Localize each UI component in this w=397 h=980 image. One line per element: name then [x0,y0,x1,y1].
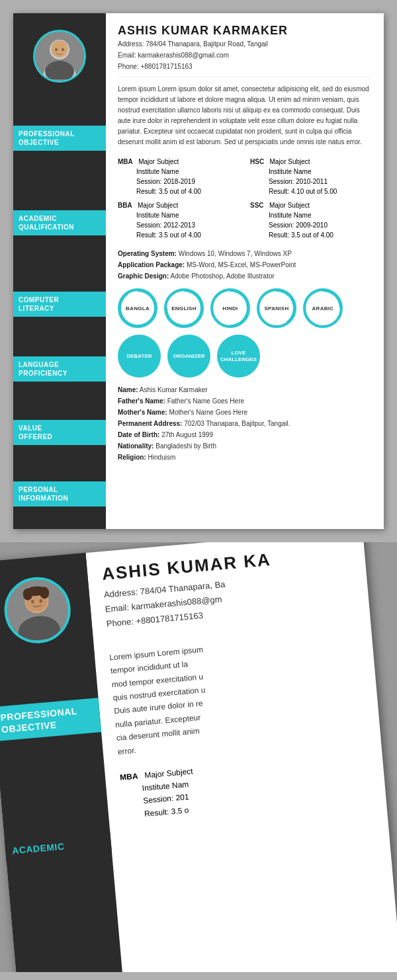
avatar [33,30,86,83]
sidebar-label-academic: ACADEMIC QUALIFICATION [13,210,106,235]
literacy-os-label: Operating System: [118,250,177,257]
section-computer-literacy: Operating System: Windows 10, Windows 7,… [118,248,372,282]
mba-subject: Major Subject [138,158,179,165]
content-header: ASHIS KUMAR KARMAKER Address: 784/04 Tha… [118,24,372,77]
lang-arabic-label: ARABIC [306,292,339,325]
personal-dob: Date of Birth: 27th August 1999 [118,429,372,440]
mba-result: Result: 3.5 out of 4.00 [136,188,201,195]
bba-institute: Institute Name [136,212,179,219]
sidebar-section-personal: PERSONAL INFORMATION [13,481,106,507]
sidebar-label-value: VALUE OFFERED [13,420,106,445]
page2-main-content: ASHIS KUMAR KA Address: 784/04 Thanapara… [85,542,397,972]
academic-grid: MBA Major Subject Institute Name Session… [118,157,372,240]
lang-bangla: BANGLA [118,288,157,328]
degree-bba: BBA [118,202,132,209]
candidate-phone: Phone: +8801781715163 [118,61,372,71]
language-circles: BANGLA ENGLISH HINDI SPANISH ARABIC [118,288,372,328]
hsc-result: Result: 4.10 out of 5.00 [269,188,337,195]
literacy-app-value: MS-Word, MS-Excel, MS-PowerPoint [187,261,296,268]
section-professional-objective: Lorem ipsum Lorem ipsum dolor sit amet, … [118,84,372,147]
objective-text: Lorem ipsum Lorem ipsum dolor sit amet, … [118,84,372,147]
lang-hindi: HINDI [210,288,250,328]
page2-avatar-container [0,553,95,667]
degree-hsc: HSC [250,158,264,165]
degree-mba: MBA [118,158,133,165]
academic-ssc: SSC Major Subject Institute Name Session… [250,200,372,240]
candidate-email: Email: karmakerashis088@gmail.com [118,50,372,60]
value-debater: DEBATER [118,335,161,378]
mba-session: Session: 2018-2019 [136,178,195,185]
literacy-design-value: Adobe Photoshop, Adobe Illustrator [170,272,274,280]
ssc-result: Result: 3.5 out of 4.00 [269,231,333,239]
personal-father: Father's Name: Father's Name Goes Here [118,395,372,407]
page2-mba: MBA Major Subject Institute Nam Session:… [119,750,371,822]
sidebar-section-language: LANGUAGE PROFICIENCY [13,356,106,382]
academic-bba: BBA Major Subject Institute Name Session… [118,200,240,240]
ssc-institute: Institute Name [269,212,311,219]
main-content: ASHIS KUMAR KARMAKER Address: 784/04 Tha… [106,13,384,529]
lang-english-label: ENGLISH [167,292,200,325]
lang-hindi-label: HINDI [214,292,247,325]
personal-nationality: Nationality: Bangladeshi by Birth [118,440,372,452]
section-personal: Name: Ashis Kumar Karmaker Father's Name… [118,384,372,463]
mba-institute: Institute Name [136,168,179,175]
page2-mba-degree: MBA [120,771,138,782]
personal-name: Name: Ashis Kumar Karmaker [118,384,372,395]
lang-bangla-label: BANGLA [121,292,154,325]
sidebar-section-professional: PROFESSIONAL OBJECTIVE [13,126,106,151]
bba-result: Result: 3.5 out of 4.00 [136,231,201,239]
section-academic: MBA Major Subject Institute Name Session… [118,157,372,240]
section-value: DEBATER ORGANIZER LOVECHALLENGES [118,335,372,378]
literacy-os: Operating System: Windows 10, Windows 7,… [118,248,372,259]
svg-point-7 [17,614,62,643]
candidate-name: ASHIS KUMAR KARMAKER [118,24,372,38]
resume-page-2: PROFESSIONAL OBJECTIVE ACADEMIC ASHIS KU… [0,542,397,972]
literacy-app-label: Application Package: [118,261,185,268]
svg-point-3 [51,40,68,58]
degree-ssc: SSC [250,202,264,209]
sidebar-section-academic: ACADEMIC QUALIFICATION [13,210,106,235]
ssc-session: Session: 2009-2010 [269,222,328,229]
hsc-institute: Institute Name [269,168,311,175]
lang-english: ENGLISH [164,288,204,328]
personal-mother: Mother's Name: Mother's Name Goes Here [118,407,372,418]
hsc-session: Session: 2010-2011 [269,178,328,185]
candidate-address: Address: 784/04 Thanapara, Bajitpur Road… [118,39,372,49]
section-language: BANGLA ENGLISH HINDI SPANISH ARABIC [118,288,372,328]
personal-address: Permanent Address: 702/03 Thanapara, Baj… [118,418,372,429]
bba-subject: Major Subject [138,202,178,209]
page2-academic-section: MBA Major Subject Institute Nam Session:… [119,750,371,822]
sidebar-label-professional: PROFESSIONAL OBJECTIVE [13,126,106,151]
sidebar-section-value: VALUE OFFERED [13,420,106,445]
svg-point-2 [45,61,74,79]
lang-arabic: ARABIC [303,288,343,328]
sidebar-spacer [13,507,106,529]
academic-hsc: HSC Major Subject Institute Name Session… [250,157,372,196]
personal-religion: Religion: Hinduism [118,452,372,463]
value-circles: DEBATER ORGANIZER LOVECHALLENGES [118,335,372,378]
page2-avatar [2,575,73,646]
sidebar-label-language: LANGUAGE PROFICIENCY [13,356,106,382]
literacy-design-label: Graphic Design: [118,272,169,280]
resume-page-1: PROFESSIONAL OBJECTIVE ACADEMIC QUALIFIC… [13,13,384,529]
resume-page-2-wrapper: PROFESSIONAL OBJECTIVE ACADEMIC ASHIS KU… [0,542,397,972]
page2-pro-label: PROFESSIONAL OBJECTIVE [0,698,101,741]
sidebar: PROFESSIONAL OBJECTIVE ACADEMIC QUALIFIC… [13,13,106,529]
lang-spanish-label: SPANISH [260,292,293,325]
page2-objective-text: Lorem ipsum Lorem ipsum tempor incididun… [109,630,366,758]
sidebar-label-personal: PERSONAL INFORMATION [13,481,106,507]
bba-session: Session: 2012-2013 [136,222,195,229]
value-organizer: ORGANIZER [167,335,210,378]
page2-acad-label: ACADEMIC [5,831,112,863]
sidebar-header [13,13,106,99]
hsc-subject: Major Subject [269,158,310,165]
literacy-design: Graphic Design: Adobe Photoshop, Adobe I… [118,270,372,282]
svg-point-4 [55,48,58,52]
sidebar-label-computer: COMPUTER LITERACY [13,292,106,317]
svg-point-5 [62,48,64,52]
academic-mba: MBA Major Subject Institute Name Session… [118,157,240,196]
value-love-challenges: LOVECHALLENGES [217,335,260,378]
lang-spanish: SPANISH [257,288,296,328]
ssc-subject: Major Subject [269,202,310,209]
literacy-os-value: Windows 10, Windows 7, Windows XP [179,250,292,257]
